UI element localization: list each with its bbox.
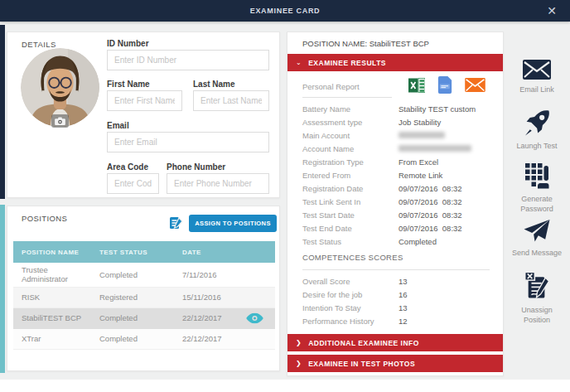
info-row: Assessment type Job Stability	[302, 115, 490, 128]
score-row: Overall Score 13	[302, 274, 490, 288]
info-value: 09/07/2016 08:32	[399, 197, 462, 206]
info-label: Main Account	[302, 131, 399, 140]
info-label: Battery Name	[302, 104, 399, 114]
position-name-title: POSITION NAME: StabiliTEST BCP	[302, 39, 429, 48]
camera-icon	[55, 117, 65, 125]
action-label: Unassign Position	[511, 306, 563, 325]
launch-test-icon	[524, 109, 551, 136]
action-send-message[interactable]: Send Message	[504, 219, 570, 259]
document-report-icon[interactable]	[437, 76, 452, 94]
col-position-name: POSITION NAME	[13, 249, 99, 256]
info-row: Entered From Remote Link	[302, 168, 490, 181]
test-status-cell: Completed	[99, 313, 182, 322]
table-row[interactable]: XTrar Completed 22/12/2017	[13, 329, 275, 350]
email-report-icon[interactable]	[465, 78, 485, 92]
date-cell: 22/12/2017	[182, 334, 275, 343]
info-row: Test Status Completed	[302, 235, 490, 248]
chevron-down-icon: ⌄	[296, 59, 302, 66]
examinee-info-list: Battery Name Stability TEST custom Asses…	[302, 102, 490, 248]
assign-to-positions-button[interactable]: ASSIGN TO POSITIONS	[189, 215, 277, 232]
first-name-label: First Name	[107, 80, 150, 89]
info-label: Test Status	[302, 237, 399, 246]
section-title: EXAMINEE IN TEST PHOTOS	[308, 360, 415, 368]
info-value: Job Stability	[399, 118, 441, 127]
redacted-value	[399, 132, 445, 138]
area-code-label: Area Code	[107, 162, 148, 172]
action-email-link[interactable]: Email Link	[504, 60, 570, 95]
first-name-field[interactable]	[107, 90, 182, 111]
position-name-cell: Trustee Administrator	[13, 265, 99, 284]
redacted-value	[399, 145, 471, 152]
details-section-title: DETAILS	[22, 40, 56, 49]
info-label: Registration Date	[302, 184, 399, 193]
col-test-status: TEST STATUS	[99, 249, 182, 256]
section-title: ADDITIONAL EXAMINEE INFO	[308, 339, 419, 347]
collapsible-section-header[interactable]: ❯ EXAMINEE IN TEST PHOTOS	[287, 355, 503, 372]
edit-positions-icon[interactable]	[169, 215, 183, 230]
modal-title: EXAMINEE CARD	[250, 7, 321, 15]
view-result-eye-icon[interactable]	[246, 312, 263, 323]
test-status-cell: Completed	[99, 270, 182, 279]
generate-password-icon	[524, 162, 549, 189]
positions-section-title: POSITIONS	[22, 214, 67, 223]
info-row: Test End Date 09/07/2016 08:32	[302, 221, 490, 235]
info-label: Test Link Sent In	[302, 197, 399, 206]
phone-number-label: Phone Number	[167, 162, 225, 172]
score-value: 16	[399, 290, 408, 299]
details-panel: DETAILS	[7, 31, 280, 198]
positions-accent-strip	[0, 205, 5, 373]
positions-table-header: POSITION NAME TEST STATUS DATE	[13, 241, 275, 263]
table-row[interactable]: Trustee Administrator Completed 7/11/201…	[13, 263, 275, 288]
examinee-results-section-header[interactable]: ⌄ EXAMINEE RESULTS	[287, 54, 503, 71]
last-name-field[interactable]	[193, 90, 269, 111]
table-row[interactable]: StabiliTEST BCP Completed 22/12/2017	[13, 308, 275, 329]
info-row: Test Start Date 09/07/2016 08:32	[302, 208, 490, 221]
personal-report-label: Personal Report	[302, 82, 392, 98]
table-row[interactable]: RISK Registered 15/11/2016	[13, 288, 275, 308]
action-sidebar: Email Link Laungh Test Generate Password…	[504, 22, 570, 380]
excel-report-icon[interactable]	[408, 77, 425, 94]
modal-titlebar: EXAMINEE CARD ✕	[0, 0, 570, 22]
last-name-label: Last Name	[193, 80, 235, 89]
action-launch-test[interactable]: Laungh Test	[504, 109, 570, 152]
action-label: Generate Password	[511, 195, 563, 214]
info-label: Registration Type	[302, 157, 399, 167]
info-label: Account Name	[302, 144, 399, 153]
action-unassign-position[interactable]: Unassign Position	[504, 271, 570, 325]
info-value	[399, 145, 471, 152]
info-value: 09/07/2016 08:32	[399, 211, 462, 220]
position-name-cell: XTrar	[13, 334, 99, 343]
email-field[interactable]	[107, 132, 269, 152]
personal-report-row: Personal Report	[302, 75, 490, 97]
id-number-field[interactable]	[107, 50, 269, 70]
change-photo-button[interactable]	[51, 114, 69, 128]
position-name-cell: RISK	[13, 293, 99, 302]
chevron-right-icon: ❯	[296, 339, 302, 346]
email-link-icon	[523, 60, 551, 80]
score-row: Intention To Stay 13	[302, 301, 490, 314]
chevron-right-icon: ❯	[296, 360, 302, 367]
date-cell: 7/11/2016	[182, 270, 275, 279]
examinee-card-modal: EXAMINEE CARD ✕ DETAILS	[0, 0, 570, 392]
score-label: Performance History	[302, 317, 399, 326]
score-value: 13	[399, 277, 408, 286]
info-value: Stability TEST custom	[399, 104, 476, 114]
info-row: Account Name	[302, 142, 490, 155]
collapsible-section-header[interactable]: ❯ ADDITIONAL EXAMINEE INFO	[287, 334, 503, 351]
close-icon[interactable]: ✕	[540, 0, 563, 22]
score-label: Desire for the job	[302, 290, 399, 299]
area-code-field[interactable]	[107, 173, 159, 194]
action-label: Email Link	[511, 85, 563, 95]
info-label: Test Start Date	[302, 211, 399, 220]
phone-number-field[interactable]	[167, 173, 269, 194]
info-value: Completed	[399, 237, 437, 246]
action-label: Laungh Test	[511, 142, 563, 152]
collapsed-sections: ❯ ADDITIONAL EXAMINEE INFO ❯ EXAMINEE IN…	[287, 334, 503, 372]
positions-panel: POSITIONS ASSIGN TO POSITIONS POSITION N…	[7, 206, 280, 371]
competences-scores-title: COMPETENCES SCORES	[302, 253, 490, 270]
results-panel: POSITION NAME: StabiliTEST BCP ⌄ EXAMINE…	[287, 31, 504, 376]
action-generate-password[interactable]: Generate Password	[504, 162, 570, 214]
info-value	[399, 132, 445, 138]
unassign-position-icon	[524, 271, 549, 300]
details-accent-strip	[0, 25, 5, 199]
